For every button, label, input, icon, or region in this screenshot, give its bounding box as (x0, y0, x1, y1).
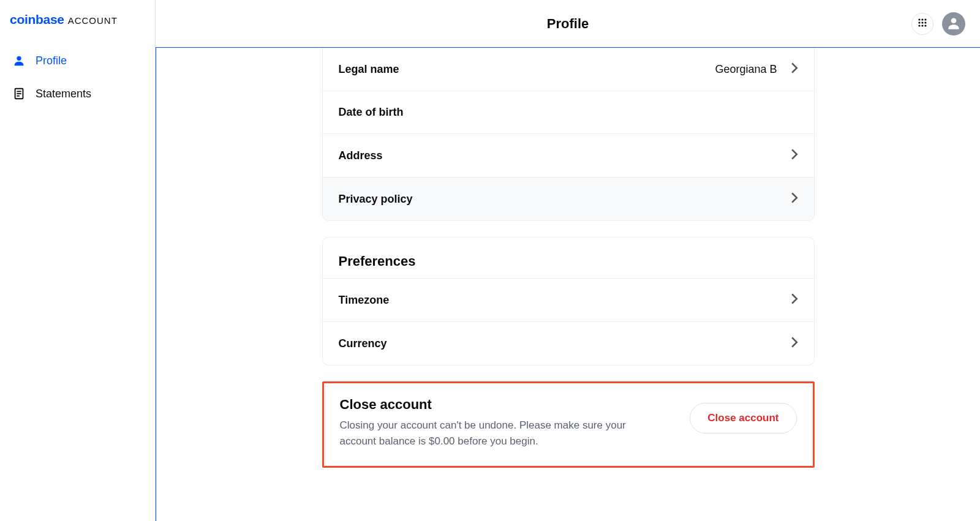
svg-point-14 (951, 18, 957, 23)
close-account-button[interactable]: Close account (690, 403, 796, 433)
svg-point-11 (918, 24, 920, 26)
avatar-button[interactable] (942, 12, 965, 36)
row-label: Currency (339, 337, 387, 350)
chevron-right-icon (791, 149, 798, 162)
preferences-title: Preferences (339, 253, 798, 269)
sidebar-item-label: Profile (36, 54, 67, 67)
row-date-of-birth: Date of birth (323, 91, 814, 134)
logo-coinbase-text: coinbase (10, 12, 64, 27)
chevron-right-icon (791, 337, 798, 350)
document-icon (12, 87, 26, 100)
chevron-right-icon (791, 293, 798, 307)
avatar-icon (946, 15, 962, 33)
close-account-card: Close account Closing your account can't… (322, 381, 815, 468)
svg-point-7 (924, 18, 926, 20)
brand-logo[interactable]: coinbase ACCOUNT (0, 10, 155, 44)
header: Profile (156, 0, 980, 48)
svg-point-9 (921, 21, 923, 23)
row-privacy-policy[interactable]: Privacy policy (323, 178, 814, 220)
svg-point-5 (918, 18, 920, 20)
sidebar-item-profile[interactable]: Profile (0, 44, 155, 77)
row-timezone[interactable]: Timezone (323, 279, 814, 322)
svg-point-13 (924, 24, 926, 26)
close-account-title: Close account (340, 397, 658, 413)
apps-menu-button[interactable] (911, 13, 933, 35)
row-label: Privacy policy (339, 193, 413, 206)
chevron-right-icon (791, 192, 798, 206)
svg-point-6 (921, 18, 923, 20)
row-currency[interactable]: Currency (323, 322, 814, 365)
apps-grid-icon (918, 18, 927, 30)
row-label: Address (339, 149, 383, 162)
close-account-description: Closing your account can't be undone. Pl… (340, 418, 658, 450)
sidebar-item-statements[interactable]: Statements (0, 77, 155, 110)
row-label: Legal name (339, 63, 399, 76)
preferences-header: Preferences (323, 238, 814, 279)
chevron-right-icon (791, 62, 798, 76)
main-area: Profile Legal name (156, 0, 980, 521)
content-scroll[interactable]: Legal name Georgiana B Date of birth (156, 48, 980, 521)
svg-point-0 (17, 56, 21, 61)
sidebar: coinbase ACCOUNT Profile Statements (0, 0, 156, 521)
preferences-card: Preferences Timezone Currency (322, 237, 815, 365)
row-address[interactable]: Address (323, 134, 814, 178)
page-title: Profile (547, 16, 589, 32)
row-legal-name[interactable]: Legal name Georgiana B (323, 48, 814, 91)
svg-point-10 (924, 21, 926, 23)
row-label: Date of birth (339, 106, 404, 119)
svg-point-12 (921, 24, 923, 26)
personal-info-card: Legal name Georgiana B Date of birth (322, 48, 815, 221)
row-label: Timezone (339, 294, 390, 307)
person-icon (12, 54, 26, 67)
svg-point-8 (918, 21, 920, 23)
row-value: Georgiana B (715, 63, 777, 76)
header-actions (911, 12, 965, 36)
sidebar-item-label: Statements (36, 88, 91, 100)
logo-account-text: ACCOUNT (68, 15, 118, 26)
